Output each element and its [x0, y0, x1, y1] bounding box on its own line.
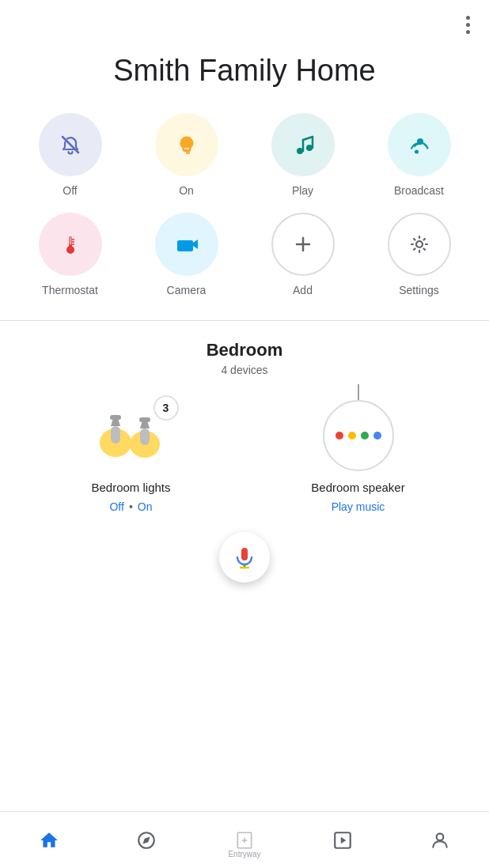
microphone-fab[interactable]: [219, 532, 270, 583]
device-cards: 3 Bedroom lights Off • On: [16, 395, 473, 513]
svg-rect-15: [177, 240, 193, 251]
status-dot: •: [129, 500, 133, 513]
bedroom-speaker-status: Play music: [332, 500, 385, 513]
speaker-wire: [358, 384, 359, 400]
settings-circle: [388, 213, 451, 276]
speaker-dot-green: [361, 432, 369, 440]
play-circle: [271, 113, 335, 176]
status-on-text[interactable]: On: [138, 500, 153, 513]
nav-profile[interactable]: [391, 824, 489, 857]
speaker-play-music[interactable]: Play music: [332, 500, 385, 513]
action-off[interactable]: Off: [16, 113, 124, 197]
camera-label: Camera: [167, 284, 207, 296]
action-play[interactable]: Play: [248, 113, 357, 197]
room-device-count: 4 devices: [16, 364, 473, 376]
bedroom-lights-name: Bedroom lights: [91, 481, 170, 494]
on-label: On: [179, 184, 194, 197]
plus-icon: [289, 230, 317, 259]
svg-rect-21: [111, 426, 120, 443]
bedroom-lights-icon-wrap: 3: [84, 395, 179, 474]
action-camera[interactable]: Camera: [132, 213, 241, 296]
device-badge: 3: [154, 395, 179, 421]
svg-rect-27: [139, 417, 150, 422]
bedroom-lights-status: Off • On: [109, 500, 152, 513]
off-circle: [39, 113, 102, 176]
svg-rect-26: [110, 415, 121, 420]
svg-rect-28: [241, 548, 248, 560]
svg-rect-10: [69, 236, 71, 244]
off-label: Off: [63, 184, 77, 197]
room-section: Bedroom 4 devices 3: [0, 340, 489, 513]
add-circle: [271, 213, 335, 276]
on-circle: [155, 113, 218, 176]
entryway-nav-label: Entryway: [228, 850, 260, 859]
section-divider: [0, 320, 489, 321]
thermostat-label: Thermostat: [42, 284, 98, 296]
nav-media[interactable]: [294, 824, 392, 857]
svg-line-6: [303, 137, 313, 140]
bell-off-icon: [56, 130, 85, 159]
bottom-nav: Entryway: [0, 811, 489, 868]
speaker-dots: [335, 432, 381, 440]
home-title: Smith Family Home: [0, 37, 489, 113]
svg-point-8: [415, 149, 419, 153]
svg-point-36: [437, 833, 444, 840]
nav-entryway[interactable]: Entryway: [195, 824, 294, 857]
svg-point-19: [416, 241, 423, 247]
action-broadcast[interactable]: Broadcast: [365, 113, 473, 197]
room-title: Bedroom: [16, 340, 473, 360]
entryway-nav-icon: [234, 830, 255, 851]
more-options-button[interactable]: [463, 13, 473, 37]
fab-container: [0, 513, 489, 595]
microphone-icon: [232, 545, 257, 570]
speaker-dot-blue: [373, 432, 381, 440]
bulb-on-icon: [172, 130, 201, 159]
speaker-dot-red: [335, 432, 343, 440]
action-add[interactable]: Add: [248, 213, 357, 296]
speaker-circle-icon: [323, 400, 394, 471]
bedroom-speaker-icon-wrap: [311, 395, 406, 474]
media-nav-icon: [332, 830, 353, 851]
gear-icon: [405, 230, 434, 259]
camera-circle: [155, 213, 218, 276]
camera-icon: [172, 230, 201, 259]
profile-nav-icon: [430, 830, 450, 851]
svg-marker-32: [143, 836, 150, 843]
thermostat-icon: [56, 230, 85, 259]
action-thermostat[interactable]: Thermostat: [16, 213, 124, 296]
action-settings[interactable]: Settings: [365, 213, 473, 296]
play-label: Play: [292, 184, 313, 197]
broadcast-circle: [388, 113, 451, 176]
music-play-icon: [289, 130, 317, 159]
bedroom-speaker-name: Bedroom speaker: [311, 481, 404, 494]
svg-rect-24: [140, 428, 150, 445]
nav-explore[interactable]: [98, 824, 196, 857]
svg-point-11: [66, 246, 74, 254]
header: [0, 0, 489, 37]
home-nav-icon: [39, 830, 59, 851]
quick-actions-grid: Off On Play: [0, 113, 489, 320]
more-dots-icon: [466, 16, 470, 34]
action-on[interactable]: On: [132, 113, 241, 197]
nav-home[interactable]: [0, 824, 98, 857]
bedroom-speaker-card[interactable]: Bedroom speaker Play music: [251, 395, 465, 513]
svg-marker-35: [340, 836, 346, 843]
thermostat-circle: [39, 213, 102, 276]
svg-marker-16: [193, 240, 198, 249]
status-off-text[interactable]: Off: [109, 500, 123, 513]
broadcast-label: Broadcast: [394, 184, 444, 197]
add-label: Add: [293, 284, 313, 296]
explore-nav-icon: [136, 830, 157, 851]
speaker-dot-yellow: [348, 432, 356, 440]
settings-label: Settings: [399, 284, 439, 296]
bedroom-lights-card[interactable]: 3 Bedroom lights Off • On: [24, 395, 238, 513]
broadcast-icon: [405, 130, 434, 159]
